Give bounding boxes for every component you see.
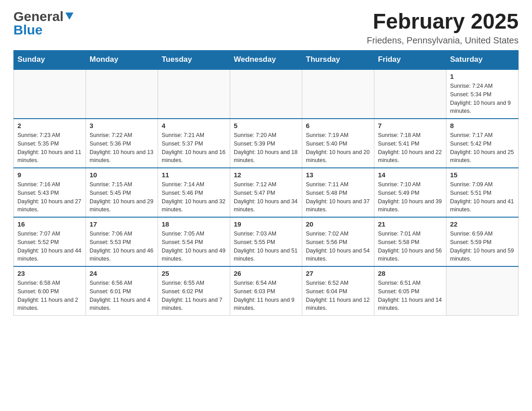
col-saturday: Saturday	[446, 51, 519, 69]
calendar-week-row: 2Sunrise: 7:23 AM Sunset: 5:35 PM Daylig…	[14, 119, 519, 168]
title-section: February 2025 Friedens, Pennsylvania, Un…	[367, 9, 519, 46]
calendar-cell: 1Sunrise: 7:24 AM Sunset: 5:34 PM Daylig…	[446, 69, 519, 119]
calendar-cell: 21Sunrise: 7:01 AM Sunset: 5:58 PM Dayli…	[374, 217, 446, 266]
calendar-header-row: Sunday Monday Tuesday Wednesday Thursday…	[14, 51, 519, 69]
calendar-cell: 6Sunrise: 7:19 AM Sunset: 5:40 PM Daylig…	[302, 119, 374, 168]
logo-arrow-icon	[64, 11, 74, 21]
calendar-cell: 7Sunrise: 7:18 AM Sunset: 5:41 PM Daylig…	[374, 119, 446, 168]
day-number: 1	[450, 73, 515, 80]
calendar-week-row: 16Sunrise: 7:07 AM Sunset: 5:52 PM Dayli…	[14, 217, 519, 266]
calendar-cell	[230, 69, 302, 119]
day-number: 19	[234, 220, 298, 228]
day-info: Sunrise: 6:58 AM Sunset: 6:00 PM Dayligh…	[17, 279, 82, 313]
day-number: 28	[378, 270, 442, 277]
day-number: 11	[162, 171, 226, 179]
col-monday: Monday	[86, 51, 158, 69]
calendar-cell: 11Sunrise: 7:14 AM Sunset: 5:46 PM Dayli…	[158, 168, 230, 217]
calendar-week-row: 23Sunrise: 6:58 AM Sunset: 6:00 PM Dayli…	[14, 266, 519, 316]
day-info: Sunrise: 7:02 AM Sunset: 5:56 PM Dayligh…	[306, 230, 370, 263]
page-header: General Blue February 2025 Friedens, Pen…	[13, 9, 519, 46]
calendar-cell: 15Sunrise: 7:09 AM Sunset: 5:51 PM Dayli…	[446, 168, 519, 217]
logo-general-text: General	[13, 9, 64, 24]
day-number: 8	[450, 122, 515, 129]
day-number: 23	[17, 270, 82, 277]
calendar-cell: 14Sunrise: 7:10 AM Sunset: 5:49 PM Dayli…	[374, 168, 446, 217]
calendar-cell	[14, 69, 86, 119]
day-info: Sunrise: 7:23 AM Sunset: 5:35 PM Dayligh…	[17, 131, 82, 165]
calendar-cell: 10Sunrise: 7:15 AM Sunset: 5:45 PM Dayli…	[86, 168, 158, 217]
day-number: 16	[17, 220, 82, 228]
day-number: 15	[450, 171, 515, 179]
calendar-cell: 8Sunrise: 7:17 AM Sunset: 5:42 PM Daylig…	[446, 119, 519, 168]
day-info: Sunrise: 7:12 AM Sunset: 5:47 PM Dayligh…	[234, 180, 298, 214]
month-title: February 2025	[367, 9, 519, 34]
day-info: Sunrise: 7:17 AM Sunset: 5:42 PM Dayligh…	[450, 131, 515, 165]
day-info: Sunrise: 7:19 AM Sunset: 5:40 PM Dayligh…	[306, 131, 370, 165]
day-info: Sunrise: 7:22 AM Sunset: 5:36 PM Dayligh…	[90, 131, 154, 165]
calendar-cell: 20Sunrise: 7:02 AM Sunset: 5:56 PM Dayli…	[302, 217, 374, 266]
calendar-cell: 28Sunrise: 6:51 AM Sunset: 6:05 PM Dayli…	[374, 266, 446, 316]
calendar-cell: 3Sunrise: 7:22 AM Sunset: 5:36 PM Daylig…	[86, 119, 158, 168]
day-info: Sunrise: 7:06 AM Sunset: 5:53 PM Dayligh…	[90, 230, 154, 263]
day-number: 5	[234, 122, 298, 129]
day-info: Sunrise: 6:51 AM Sunset: 6:05 PM Dayligh…	[378, 279, 442, 313]
calendar-cell: 4Sunrise: 7:21 AM Sunset: 5:37 PM Daylig…	[158, 119, 230, 168]
day-number: 4	[162, 122, 226, 129]
day-info: Sunrise: 7:11 AM Sunset: 5:48 PM Dayligh…	[306, 180, 370, 214]
day-number: 21	[378, 220, 442, 228]
day-number: 27	[306, 270, 370, 277]
day-info: Sunrise: 7:10 AM Sunset: 5:49 PM Dayligh…	[378, 180, 442, 214]
day-number: 26	[234, 270, 298, 277]
day-number: 22	[450, 220, 515, 228]
day-info: Sunrise: 7:07 AM Sunset: 5:52 PM Dayligh…	[17, 230, 82, 263]
calendar-cell: 27Sunrise: 6:52 AM Sunset: 6:04 PM Dayli…	[302, 266, 374, 316]
day-info: Sunrise: 6:55 AM Sunset: 6:02 PM Dayligh…	[162, 279, 226, 313]
calendar-cell: 18Sunrise: 7:05 AM Sunset: 5:54 PM Dayli…	[158, 217, 230, 266]
day-number: 25	[162, 270, 226, 277]
col-wednesday: Wednesday	[230, 51, 302, 69]
calendar-cell	[374, 69, 446, 119]
day-number: 14	[378, 171, 442, 179]
day-info: Sunrise: 7:21 AM Sunset: 5:37 PM Dayligh…	[162, 131, 226, 165]
logo-blue-text: Blue	[13, 22, 43, 38]
day-info: Sunrise: 7:03 AM Sunset: 5:55 PM Dayligh…	[234, 230, 298, 263]
calendar-cell	[86, 69, 158, 119]
col-sunday: Sunday	[14, 51, 86, 69]
calendar-cell: 26Sunrise: 6:54 AM Sunset: 6:03 PM Dayli…	[230, 266, 302, 316]
day-info: Sunrise: 7:14 AM Sunset: 5:46 PM Dayligh…	[162, 180, 226, 214]
calendar-week-row: 9Sunrise: 7:16 AM Sunset: 5:43 PM Daylig…	[14, 168, 519, 217]
calendar-cell: 24Sunrise: 6:56 AM Sunset: 6:01 PM Dayli…	[86, 266, 158, 316]
calendar-cell: 16Sunrise: 7:07 AM Sunset: 5:52 PM Dayli…	[14, 217, 86, 266]
day-number: 3	[90, 122, 154, 129]
calendar-table: Sunday Monday Tuesday Wednesday Thursday…	[13, 50, 519, 316]
day-number: 13	[306, 171, 370, 179]
calendar-cell	[446, 266, 519, 316]
day-number: 9	[17, 171, 82, 179]
calendar-cell: 25Sunrise: 6:55 AM Sunset: 6:02 PM Dayli…	[158, 266, 230, 316]
day-info: Sunrise: 7:01 AM Sunset: 5:58 PM Dayligh…	[378, 230, 442, 263]
day-number: 12	[234, 171, 298, 179]
col-tuesday: Tuesday	[158, 51, 230, 69]
day-info: Sunrise: 6:59 AM Sunset: 5:59 PM Dayligh…	[450, 230, 515, 263]
col-friday: Friday	[374, 51, 446, 69]
calendar-cell: 2Sunrise: 7:23 AM Sunset: 5:35 PM Daylig…	[14, 119, 86, 168]
col-thursday: Thursday	[302, 51, 374, 69]
day-number: 7	[378, 122, 442, 129]
day-info: Sunrise: 7:18 AM Sunset: 5:41 PM Dayligh…	[378, 131, 442, 165]
calendar-cell	[158, 69, 230, 119]
day-info: Sunrise: 7:09 AM Sunset: 5:51 PM Dayligh…	[450, 180, 515, 214]
day-number: 20	[306, 220, 370, 228]
day-info: Sunrise: 6:52 AM Sunset: 6:04 PM Dayligh…	[306, 279, 370, 313]
day-number: 17	[90, 220, 154, 228]
calendar-cell: 22Sunrise: 6:59 AM Sunset: 5:59 PM Dayli…	[446, 217, 519, 266]
calendar-cell: 23Sunrise: 6:58 AM Sunset: 6:00 PM Dayli…	[14, 266, 86, 316]
calendar-cell: 5Sunrise: 7:20 AM Sunset: 5:39 PM Daylig…	[230, 119, 302, 168]
logo: General Blue	[13, 9, 74, 38]
day-info: Sunrise: 7:16 AM Sunset: 5:43 PM Dayligh…	[17, 180, 82, 214]
calendar-week-row: 1Sunrise: 7:24 AM Sunset: 5:34 PM Daylig…	[14, 69, 519, 119]
day-number: 24	[90, 270, 154, 277]
day-number: 2	[17, 122, 82, 129]
day-info: Sunrise: 6:56 AM Sunset: 6:01 PM Dayligh…	[90, 279, 154, 313]
calendar-cell: 12Sunrise: 7:12 AM Sunset: 5:47 PM Dayli…	[230, 168, 302, 217]
location-text: Friedens, Pennsylvania, United States	[367, 35, 519, 46]
